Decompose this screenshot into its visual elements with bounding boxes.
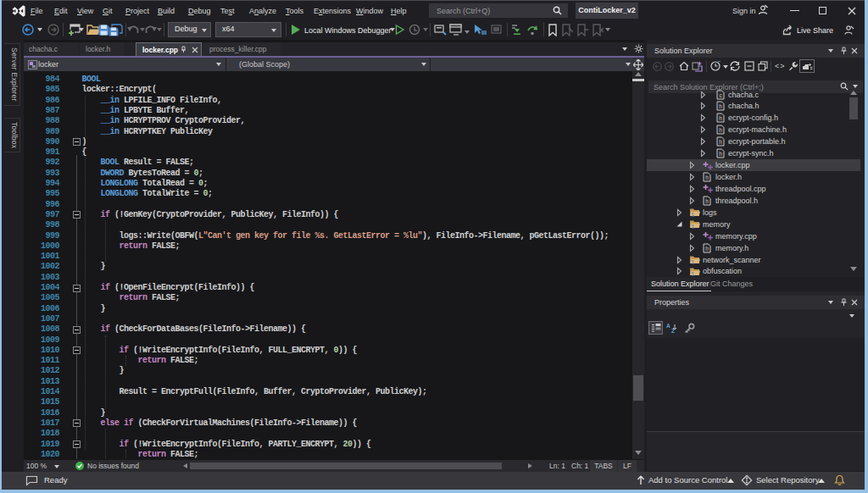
svg-text:h: h	[719, 151, 722, 157]
svg-text:A: A	[666, 323, 670, 329]
svg-text:h: h	[719, 127, 722, 133]
svg-text:h: h	[705, 174, 709, 180]
svg-text:h: h	[719, 139, 722, 145]
svg-text:h: h	[719, 103, 722, 109]
svg-text:h: h	[705, 198, 709, 204]
svg-text:h: h	[705, 246, 709, 252]
svg-text:h: h	[719, 115, 722, 121]
